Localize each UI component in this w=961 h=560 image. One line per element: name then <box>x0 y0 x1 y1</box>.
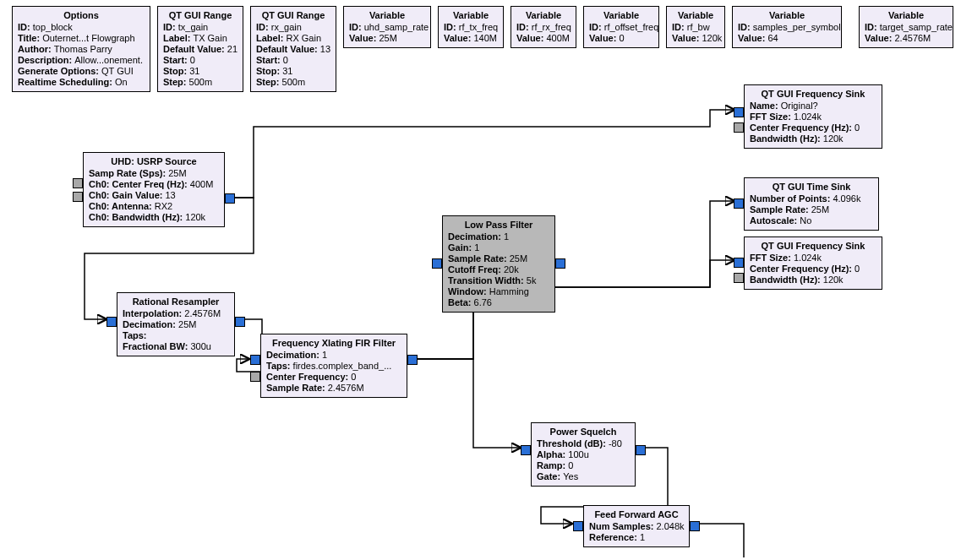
block-body: Num Samples: 2.048kReference: 1 <box>589 521 684 543</box>
block-param-row: Gate: Yes <box>537 471 630 482</box>
param-key: Decimation: <box>123 319 178 329</box>
param-key: Default Value: <box>256 44 320 54</box>
block-title: Rational Resampler <box>123 296 229 307</box>
port-out[interactable] <box>235 317 245 327</box>
port-in[interactable] <box>734 198 744 209</box>
param-key: Default Value: <box>163 44 227 54</box>
block-param-row: FFT Size: 1.024k <box>750 111 876 122</box>
param-key: ID: <box>738 22 753 32</box>
param-value: 25M <box>178 319 196 329</box>
block-qt-range-tx[interactable]: QT GUI Range ID: tx_gainLabel: TX GainDe… <box>157 6 243 92</box>
port-in[interactable] <box>521 445 531 455</box>
param-value: 2.4576M <box>328 383 364 393</box>
port-in[interactable] <box>573 521 583 531</box>
param-value: 0 <box>855 122 860 133</box>
block-var-sps[interactable]: Variable ID: samples_per_symbolValue: 64 <box>732 6 842 48</box>
param-key: Name: <box>750 101 781 111</box>
param-value: 31 <box>282 66 292 76</box>
block-title: Variable <box>672 10 719 20</box>
param-value: 500m <box>189 77 213 87</box>
param-value: 1 <box>640 532 645 542</box>
param-key: Decimation: <box>266 350 322 360</box>
block-param-row: Reference: 1 <box>589 532 684 543</box>
block-body: ID: rf_offset_freqValue: 0 <box>589 22 653 44</box>
block-body: Threshold (dB): -80Alpha: 100uRamp: 0Gat… <box>537 438 630 482</box>
block-var-rf-offset[interactable]: Variable ID: rf_offset_freqValue: 0 <box>583 6 659 48</box>
port-out[interactable] <box>690 521 700 531</box>
port-out[interactable] <box>555 258 565 269</box>
param-value: 400M <box>190 179 214 189</box>
block-title: Variable <box>516 10 571 20</box>
port-in-freq[interactable] <box>734 122 744 133</box>
param-key: Start: <box>256 55 283 65</box>
block-title: QT GUI Frequency Sink <box>750 89 876 99</box>
block-var-uhd-samp-rate[interactable]: Variable ID: uhd_samp_rateValue: 25M <box>343 6 431 48</box>
block-param-row: Name: Original? <box>750 101 876 111</box>
param-value: 400M <box>546 33 570 43</box>
param-key: Window: <box>448 286 489 296</box>
port-in-cmd2[interactable] <box>73 192 83 202</box>
block-param-row: Center Frequency: 0 <box>266 372 401 383</box>
port-out[interactable] <box>225 193 235 204</box>
param-key: Center Frequency: <box>266 372 351 382</box>
param-value: 1.024k <box>794 111 822 122</box>
param-key: ID: <box>672 22 687 32</box>
block-param-row: Start: 0 <box>163 55 238 66</box>
block-freq-xlating[interactable]: Frequency Xlating FIR Filter Decimation:… <box>260 334 407 398</box>
port-in[interactable] <box>734 107 744 117</box>
block-title: Options <box>18 10 145 20</box>
param-value: 2.048k <box>656 521 684 531</box>
param-key: Bandwidth (Hz): <box>750 133 823 144</box>
port-in-cmd[interactable] <box>73 178 83 188</box>
block-title: Variable <box>865 10 947 20</box>
block-ff-agc[interactable]: Feed Forward AGC Num Samples: 2.048kRefe… <box>583 505 690 547</box>
port-in-freq[interactable] <box>250 372 260 382</box>
param-key: Decimation: <box>448 231 504 242</box>
port-in[interactable] <box>250 355 260 365</box>
param-key: Value: <box>865 33 894 43</box>
block-var-rf-rx-freq[interactable]: Variable ID: rf_rx_freqValue: 400M <box>511 6 576 48</box>
port-in[interactable] <box>734 258 744 268</box>
param-value: top_block <box>33 22 73 32</box>
port-in[interactable] <box>106 317 117 327</box>
param-key: Reference: <box>589 532 640 542</box>
param-value: samples_per_symbol <box>753 22 841 32</box>
block-param-row: Title: Outernet...t Flowgraph <box>18 33 145 44</box>
block-body: ID: top_blockTitle: Outernet...t Flowgra… <box>18 22 145 88</box>
block-time-sink[interactable]: QT GUI Time Sink Number of Points: 4.096… <box>744 177 879 231</box>
block-param-row: Samp Rate (Sps): 25M <box>89 168 219 179</box>
param-key: Center Frequency (Hz): <box>750 122 855 133</box>
param-key: Taps: <box>123 330 147 340</box>
param-key: Stop: <box>256 66 282 76</box>
port-out[interactable] <box>407 355 418 365</box>
param-key: Samp Rate (Sps): <box>89 168 168 178</box>
param-value: 0 <box>619 33 624 43</box>
param-value: TX Gain <box>193 33 227 43</box>
param-value: 20k <box>504 264 519 275</box>
block-qt-range-rx[interactable]: QT GUI Range ID: rx_gainLabel: RX GainDe… <box>250 6 336 92</box>
block-param-row: ID: top_block <box>18 22 145 33</box>
param-value: 140M <box>473 33 497 43</box>
port-in[interactable] <box>432 258 442 269</box>
block-var-rf-bw[interactable]: Variable ID: rf_bwValue: 120k <box>666 6 725 48</box>
block-rational-resampler[interactable]: Rational Resampler Interpolation: 2.4576… <box>117 292 235 356</box>
param-key: ID: <box>444 22 459 32</box>
param-key: ID: <box>163 22 178 32</box>
param-key: Bandwidth (Hz): <box>750 275 823 285</box>
block-param-row: ID: samples_per_symbol <box>738 22 836 33</box>
block-low-pass-filter[interactable]: Low Pass Filter Decimation: 1Gain: 1Samp… <box>442 215 555 313</box>
block-power-squelch[interactable]: Power Squelch Threshold (dB): -80Alpha: … <box>531 422 636 487</box>
block-var-target-rate[interactable]: Variable ID: target_samp_rateValue: 2.45… <box>859 6 953 48</box>
param-key: Step: <box>163 77 189 87</box>
block-options[interactable]: Options ID: top_blockTitle: Outernet...t… <box>12 6 150 92</box>
port-in-freq[interactable] <box>734 273 744 283</box>
block-freq-sink-1[interactable]: QT GUI Frequency Sink Name: Original?FFT… <box>744 84 882 149</box>
block-freq-sink-2[interactable]: QT GUI Frequency Sink FFT Size: 1.024kCe… <box>744 237 882 290</box>
block-usrp-source[interactable]: UHD: USRP Source Samp Rate (Sps): 25MCh0… <box>83 152 225 227</box>
block-body: Samp Rate (Sps): 25MCh0: Center Freq (Hz… <box>89 168 219 223</box>
param-value: 31 <box>189 66 199 76</box>
block-param-row: Author: Thomas Parry <box>18 44 145 55</box>
block-var-rf-tx-freq[interactable]: Variable ID: rf_tx_freqValue: 140M <box>438 6 504 48</box>
param-value: 25M <box>510 253 527 264</box>
port-out[interactable] <box>636 445 646 455</box>
